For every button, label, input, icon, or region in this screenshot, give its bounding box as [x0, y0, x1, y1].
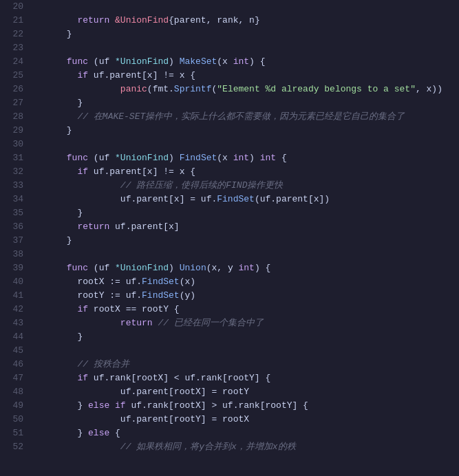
line-num-48: 48 [6, 385, 23, 399]
code-line-29 [34, 124, 459, 138]
line-num-24: 24 [6, 55, 23, 69]
line-num-50: 50 [6, 413, 23, 426]
line-num-43: 43 [6, 316, 23, 330]
line-numbers: 20 21 22 23 24 25 26 27 28 29 30 31 32 3… [0, 0, 29, 476]
line-num-25: 25 [6, 69, 23, 83]
line-num-46: 46 [6, 358, 23, 371]
line-num-42: 42 [6, 303, 23, 316]
code-line-20: return &UnionFind{parent, rank, n} [34, 0, 459, 14]
code-line-35: return uf.parent[x] [34, 206, 459, 220]
line-num-35: 35 [6, 206, 23, 220]
line-num-32: 32 [6, 165, 23, 179]
line-num-27: 27 [6, 96, 23, 110]
code-line-37 [34, 234, 459, 248]
line-num-37: 37 [6, 234, 23, 248]
code-line-22 [34, 28, 459, 41]
code-line-44 [34, 330, 459, 344]
line-num-26: 26 [6, 83, 23, 96]
line-num-51: 51 [6, 426, 23, 440]
code-editor: 20 21 22 23 24 25 26 27 28 29 30 31 32 3… [0, 0, 459, 476]
line-num-30: 30 [6, 138, 23, 151]
line-num-34: 34 [6, 193, 23, 206]
line-num-39: 39 [6, 261, 23, 275]
code-line-38: func (uf *UnionFind) Union(x, y int) { [34, 248, 459, 261]
line-num-29: 29 [6, 124, 23, 138]
line-num-52: 52 [6, 440, 23, 454]
line-num-47: 47 [6, 371, 23, 385]
line-num-28: 28 [6, 110, 23, 124]
line-num-20: 20 [6, 0, 23, 14]
line-num-31: 31 [6, 151, 23, 165]
code-line-30: func (uf *UnionFind) FindSet(x int) int … [34, 138, 459, 151]
line-num-23: 23 [6, 41, 23, 55]
code-line-23: func (uf *UnionFind) MakeSet(x int) { [34, 41, 459, 55]
line-num-38: 38 [6, 248, 23, 261]
line-num-21: 21 [6, 14, 23, 28]
line-num-36: 36 [6, 220, 23, 234]
line-num-22: 22 [6, 28, 23, 41]
line-num-41: 41 [6, 289, 23, 303]
line-num-33: 33 [6, 179, 23, 193]
code-line-45: // 按秩合并 [34, 344, 459, 358]
line-num-45: 45 [6, 344, 23, 358]
line-num-44: 44 [6, 330, 23, 344]
code-lines: return &UnionFind{parent, rank, n} } fun… [29, 0, 459, 476]
line-num-40: 40 [6, 275, 23, 289]
code-line-27: // 在MAKE-SET操作中，实际上什么都不需要做，因为元素已经是它自己的集合… [34, 96, 459, 110]
line-num-49: 49 [6, 399, 23, 413]
